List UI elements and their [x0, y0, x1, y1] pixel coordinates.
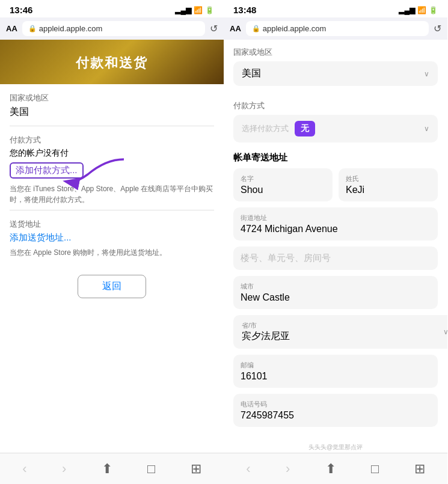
left-payment-label: 付款方式 — [10, 135, 214, 146]
country-value: 美国 — [10, 106, 214, 118]
left-url-bar[interactable]: 🔒 appleid.apple.com — [22, 21, 205, 36]
lock-icon: 🔒 — [28, 25, 37, 32]
arrow-overlay: 添加付款方式... — [10, 162, 214, 179]
right-panel: 13:48 ▂▄▆ 📶 🔋 AA 🔒 appleid.apple.com ↺ 国… — [224, 0, 447, 484]
city-value: New Castle — [241, 292, 431, 303]
name-row: 名字 Shou 姓氏 KeJi — [224, 168, 447, 201]
zip-field[interactable]: 邮编 16101 — [233, 355, 438, 388]
right-payment-label: 付款方式 — [233, 100, 438, 111]
right-wifi-icon: 📶 — [417, 6, 426, 14]
last-name-label: 姓氏 — [346, 174, 431, 183]
state-select[interactable]: 省/市 宾夕法尼亚 ∨ — [233, 315, 447, 349]
no-payment-text: 您的帐户没有付 — [10, 148, 214, 159]
add-payment-button[interactable]: 添加付款方式... — [10, 162, 84, 179]
country-chevron-icon: ∨ — [424, 70, 429, 78]
country-select[interactable]: 美国 ∨ — [233, 61, 438, 86]
apt-field[interactable]: 楼号、单元号、房间号 — [233, 247, 438, 270]
zip-label: 邮编 — [241, 361, 431, 370]
payment-desc: 当您在 iTunes Store、App Store、Apple 在线商店等平台… — [10, 183, 214, 205]
right-nav-forward-button[interactable]: › — [280, 459, 296, 479]
wifi-icon: 📶 — [194, 6, 203, 14]
right-battery-icon: 🔋 — [429, 6, 438, 14]
right-aa-label[interactable]: AA — [230, 24, 241, 33]
left-panel: 13:46 ▂▄▆ 📶 🔋 AA 🔒 appleid.apple.com ↺ 付… — [0, 0, 224, 484]
last-name-field[interactable]: 姓氏 KeJi — [339, 168, 438, 201]
back-btn-wrap: 返回 — [0, 263, 224, 308]
phone-field[interactable]: 电话号码 7245987455 — [233, 394, 438, 427]
country-section: 国家或地区 美国 — [0, 84, 224, 118]
nav-share-button[interactable]: ⬆ — [96, 459, 118, 479]
shipping-label: 送货地址 — [10, 219, 214, 230]
right-country-section: 国家或地区 美国 ∨ — [224, 40, 447, 86]
nav-forward-button[interactable]: › — [56, 459, 72, 479]
right-form-content: 国家或地区 美国 ∨ 付款方式 选择付款方式 无 ∨ 帐单寄送地址 名字 Sh — [224, 40, 447, 453]
nav-book-button[interactable]: □ — [141, 459, 161, 479]
right-bottom-nav: ‹ › ⬆ □ ⊞ — [224, 453, 447, 484]
add-shipping-button[interactable]: 添加送货地址... — [10, 232, 72, 244]
right-status-icons: ▂▄▆ 📶 🔋 — [399, 6, 438, 14]
right-nav-share-button[interactable]: ⬆ — [319, 459, 342, 479]
right-url-bar[interactable]: 🔒 appleid.apple.com — [246, 21, 429, 36]
page-header: 付款和送货 — [0, 40, 224, 84]
right-nav-back-button[interactable]: ‹ — [240, 459, 256, 479]
country-label: 国家或地区 — [10, 93, 214, 103]
first-name-value: Shou — [241, 185, 325, 195]
street-label: 街道地址 — [241, 213, 431, 222]
left-browser-bar: AA 🔒 appleid.apple.com ↺ — [0, 17, 224, 40]
phone-label: 电话号码 — [241, 400, 431, 409]
wu-badge: 无 — [295, 121, 315, 136]
left-payment-section: 付款方式 您的帐户没有付 添加付款方式... 当您在 iTunes Store、… — [0, 126, 224, 210]
state-chevron-icon: ∨ — [443, 328, 447, 336]
apt-placeholder: 楼号、单元号、房间号 — [241, 253, 331, 263]
back-button[interactable]: 返回 — [78, 275, 146, 298]
billing-title: 帐单寄送地址 — [224, 150, 447, 168]
nav-tabs-button[interactable]: ⊞ — [185, 459, 207, 479]
right-refresh-icon[interactable]: ↺ — [434, 23, 441, 34]
first-name-field[interactable]: 名字 Shou — [233, 168, 333, 201]
left-status-bar: 13:46 ▂▄▆ 📶 🔋 — [0, 0, 224, 17]
nav-back-button[interactable]: ‹ — [16, 459, 32, 479]
payment-method-left: 选择付款方式 无 — [242, 121, 315, 136]
zip-value: 16101 — [241, 371, 431, 382]
watermark: 头头头@觉里那点评 — [224, 442, 447, 453]
battery-icon: 🔋 — [205, 6, 214, 14]
left-bottom-nav: ‹ › ⬆ □ ⊞ — [0, 453, 224, 484]
left-status-icons: ▂▄▆ 📶 🔋 — [175, 6, 214, 14]
city-field[interactable]: 城市 New Castle — [233, 276, 438, 309]
right-time: 13:48 — [233, 5, 256, 15]
left-page-content: 付款和送货 国家或地区 美国 付款方式 您的帐户没有付 添加付款方式... — [0, 40, 224, 453]
right-browser-bar: AA 🔒 appleid.apple.com ↺ — [224, 17, 447, 40]
state-value: 宾夕法尼亚 — [242, 330, 290, 343]
street-value: 4724 Michigan Avenue — [241, 224, 431, 234]
right-nav-tabs-button[interactable]: ⊞ — [408, 459, 431, 479]
left-shipping-section: 送货地址 添加送货地址... 当您在 Apple Store 购物时，将使用此送… — [0, 210, 224, 263]
first-name-label: 名字 — [241, 174, 325, 183]
last-name-value: KeJi — [346, 185, 431, 195]
left-url-text: appleid.apple.com — [39, 24, 103, 33]
right-nav-book-button[interactable]: □ — [365, 459, 385, 479]
payment-chevron-icon: ∨ — [424, 124, 429, 133]
refresh-icon[interactable]: ↺ — [210, 23, 218, 34]
payment-select-placeholder: 选择付款方式 — [242, 123, 289, 134]
country-select-value: 美国 — [242, 67, 261, 80]
right-status-bar: 13:48 ▂▄▆ 📶 🔋 — [224, 0, 447, 17]
page-title: 付款和送货 — [10, 54, 214, 72]
shipping-desc: 当您在 Apple Store 购物时，将使用此送货地址。 — [10, 247, 214, 258]
state-label: 省/市 — [242, 321, 290, 330]
aa-label[interactable]: AA — [6, 24, 17, 33]
city-label: 城市 — [241, 282, 431, 291]
left-time: 13:46 — [10, 5, 32, 15]
right-country-label: 国家或地区 — [233, 47, 438, 58]
right-payment-section: 付款方式 选择付款方式 无 ∨ — [224, 93, 447, 142]
right-lock-icon: 🔒 — [252, 25, 260, 32]
right-signal-icon: ▂▄▆ — [399, 6, 415, 14]
state-field-inner: 省/市 宾夕法尼亚 — [242, 321, 290, 343]
phone-value: 7245987455 — [241, 410, 431, 421]
right-url-text: appleid.apple.com — [263, 24, 327, 33]
street-address-field[interactable]: 街道地址 4724 Michigan Avenue — [233, 207, 438, 240]
payment-method-select[interactable]: 选择付款方式 无 ∨ — [233, 115, 438, 142]
signal-icon: ▂▄▆ — [175, 6, 191, 14]
